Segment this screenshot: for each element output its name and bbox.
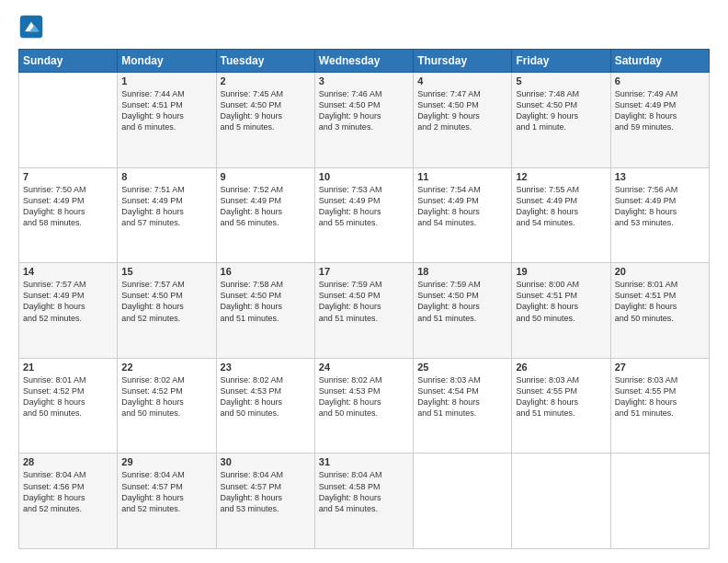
day-number: 12	[516, 171, 606, 182]
calendar-table: SundayMondayTuesdayWednesdayThursdayFrid…	[18, 49, 710, 549]
calendar-cell: 30Sunrise: 8:04 AM Sunset: 4:57 PM Dayli…	[216, 454, 314, 549]
calendar-cell: 13Sunrise: 7:56 AM Sunset: 4:49 PM Dayli…	[610, 167, 709, 263]
day-number: 21	[23, 362, 113, 373]
calendar-cell: 25Sunrise: 8:03 AM Sunset: 4:54 PM Dayli…	[414, 358, 512, 454]
cell-content: Sunrise: 8:04 AM Sunset: 4:58 PM Dayligh…	[319, 469, 409, 514]
calendar-cell: 5Sunrise: 7:48 AM Sunset: 4:50 PM Daylig…	[512, 73, 610, 168]
cell-content: Sunrise: 8:01 AM Sunset: 4:52 PM Dayligh…	[23, 374, 113, 419]
calendar-cell: 22Sunrise: 8:02 AM Sunset: 4:52 PM Dayli…	[118, 358, 216, 454]
day-number: 15	[121, 266, 211, 277]
calendar-cell: 16Sunrise: 7:58 AM Sunset: 4:50 PM Dayli…	[216, 263, 314, 359]
page: SundayMondayTuesdayWednesdayThursdayFrid…	[0, 0, 728, 563]
cell-content: Sunrise: 8:04 AM Sunset: 4:56 PM Dayligh…	[23, 469, 113, 514]
calendar-cell: 24Sunrise: 8:02 AM Sunset: 4:53 PM Dayli…	[314, 358, 413, 454]
calendar-cell: 31Sunrise: 8:04 AM Sunset: 4:58 PM Dayli…	[314, 454, 413, 549]
calendar-cell: 20Sunrise: 8:01 AM Sunset: 4:51 PM Dayli…	[610, 263, 709, 359]
calendar-week-1: 7Sunrise: 7:50 AM Sunset: 4:49 PM Daylig…	[19, 167, 710, 263]
day-number: 4	[417, 75, 507, 86]
calendar-week-2: 14Sunrise: 7:57 AM Sunset: 4:49 PM Dayli…	[19, 263, 710, 359]
day-number: 6	[615, 75, 705, 86]
day-number: 29	[121, 456, 211, 467]
cell-content: Sunrise: 7:59 AM Sunset: 4:50 PM Dayligh…	[319, 279, 409, 324]
day-number: 18	[417, 266, 507, 277]
calendar-cell: 18Sunrise: 7:59 AM Sunset: 4:50 PM Dayli…	[414, 263, 512, 359]
calendar-cell: 10Sunrise: 7:53 AM Sunset: 4:49 PM Dayli…	[314, 167, 413, 263]
calendar-cell: 3Sunrise: 7:46 AM Sunset: 4:50 PM Daylig…	[314, 73, 413, 168]
day-number: 20	[615, 266, 705, 277]
calendar-cell: 19Sunrise: 8:00 AM Sunset: 4:51 PM Dayli…	[512, 263, 610, 359]
day-number: 25	[417, 362, 507, 373]
calendar-cell	[414, 454, 512, 549]
day-number: 3	[319, 75, 409, 86]
cell-content: Sunrise: 7:58 AM Sunset: 4:50 PM Dayligh…	[221, 279, 311, 324]
cell-content: Sunrise: 7:56 AM Sunset: 4:49 PM Dayligh…	[615, 184, 705, 229]
day-number: 10	[319, 171, 409, 182]
calendar-cell: 23Sunrise: 8:02 AM Sunset: 4:53 PM Dayli…	[216, 358, 314, 454]
day-number: 16	[221, 266, 311, 277]
header-cell-sunday: Sunday	[19, 50, 118, 73]
header-row: SundayMondayTuesdayWednesdayThursdayFrid…	[19, 50, 710, 73]
calendar-cell: 11Sunrise: 7:54 AM Sunset: 4:49 PM Dayli…	[414, 167, 512, 263]
calendar-cell: 6Sunrise: 7:49 AM Sunset: 4:49 PM Daylig…	[610, 73, 709, 168]
calendar-cell: 2Sunrise: 7:45 AM Sunset: 4:50 PM Daylig…	[216, 73, 314, 168]
day-number: 7	[23, 171, 113, 182]
day-number: 28	[23, 456, 113, 467]
calendar-cell: 15Sunrise: 7:57 AM Sunset: 4:50 PM Dayli…	[118, 263, 216, 359]
cell-content: Sunrise: 7:44 AM Sunset: 4:51 PM Dayligh…	[121, 88, 211, 133]
cell-content: Sunrise: 8:03 AM Sunset: 4:55 PM Dayligh…	[516, 374, 606, 419]
calendar-cell: 17Sunrise: 7:59 AM Sunset: 4:50 PM Dayli…	[314, 263, 413, 359]
day-number: 1	[121, 75, 211, 86]
calendar-cell: 7Sunrise: 7:50 AM Sunset: 4:49 PM Daylig…	[19, 167, 118, 263]
cell-content: Sunrise: 7:47 AM Sunset: 4:50 PM Dayligh…	[417, 88, 507, 133]
cell-content: Sunrise: 8:02 AM Sunset: 4:52 PM Dayligh…	[121, 374, 211, 419]
cell-content: Sunrise: 7:53 AM Sunset: 4:49 PM Dayligh…	[319, 184, 409, 229]
calendar-week-0: 1Sunrise: 7:44 AM Sunset: 4:51 PM Daylig…	[19, 73, 710, 168]
day-number: 31	[319, 456, 409, 467]
day-number: 23	[221, 362, 311, 373]
calendar-cell: 9Sunrise: 7:52 AM Sunset: 4:49 PM Daylig…	[216, 167, 314, 263]
cell-content: Sunrise: 7:57 AM Sunset: 4:49 PM Dayligh…	[23, 279, 113, 324]
cell-content: Sunrise: 8:04 AM Sunset: 4:57 PM Dayligh…	[221, 469, 311, 514]
cell-content: Sunrise: 7:55 AM Sunset: 4:49 PM Dayligh…	[516, 184, 606, 229]
calendar-cell: 27Sunrise: 8:03 AM Sunset: 4:55 PM Dayli…	[610, 358, 709, 454]
day-number: 9	[221, 171, 311, 182]
cell-content: Sunrise: 8:03 AM Sunset: 4:55 PM Dayligh…	[615, 374, 705, 419]
cell-content: Sunrise: 7:51 AM Sunset: 4:49 PM Dayligh…	[121, 184, 211, 229]
day-number: 5	[516, 75, 606, 86]
header	[18, 14, 710, 40]
calendar-cell: 8Sunrise: 7:51 AM Sunset: 4:49 PM Daylig…	[118, 167, 216, 263]
calendar-week-3: 21Sunrise: 8:01 AM Sunset: 4:52 PM Dayli…	[19, 358, 710, 454]
day-number: 8	[121, 171, 211, 182]
header-cell-saturday: Saturday	[610, 50, 709, 73]
calendar-cell: 12Sunrise: 7:55 AM Sunset: 4:49 PM Dayli…	[512, 167, 610, 263]
calendar-cell: 28Sunrise: 8:04 AM Sunset: 4:56 PM Dayli…	[19, 454, 118, 549]
calendar-cell: 29Sunrise: 8:04 AM Sunset: 4:57 PM Dayli…	[118, 454, 216, 549]
calendar-cell: 14Sunrise: 7:57 AM Sunset: 4:49 PM Dayli…	[19, 263, 118, 359]
day-number: 22	[121, 362, 211, 373]
cell-content: Sunrise: 8:00 AM Sunset: 4:51 PM Dayligh…	[516, 279, 606, 324]
calendar-cell: 1Sunrise: 7:44 AM Sunset: 4:51 PM Daylig…	[118, 73, 216, 168]
day-number: 14	[23, 266, 113, 277]
calendar-week-4: 28Sunrise: 8:04 AM Sunset: 4:56 PM Dayli…	[19, 454, 710, 549]
calendar-cell	[19, 73, 118, 168]
header-cell-thursday: Thursday	[414, 50, 512, 73]
calendar-cell	[512, 454, 610, 549]
header-cell-tuesday: Tuesday	[216, 50, 314, 73]
day-number: 24	[319, 362, 409, 373]
cell-content: Sunrise: 7:50 AM Sunset: 4:49 PM Dayligh…	[23, 184, 113, 229]
cell-content: Sunrise: 8:02 AM Sunset: 4:53 PM Dayligh…	[221, 374, 311, 419]
calendar-cell: 26Sunrise: 8:03 AM Sunset: 4:55 PM Dayli…	[512, 358, 610, 454]
cell-content: Sunrise: 7:48 AM Sunset: 4:50 PM Dayligh…	[516, 88, 606, 133]
cell-content: Sunrise: 8:01 AM Sunset: 4:51 PM Dayligh…	[615, 279, 705, 324]
day-number: 30	[221, 456, 311, 467]
cell-content: Sunrise: 7:46 AM Sunset: 4:50 PM Dayligh…	[319, 88, 409, 133]
cell-content: Sunrise: 8:03 AM Sunset: 4:54 PM Dayligh…	[417, 374, 507, 419]
calendar-cell: 4Sunrise: 7:47 AM Sunset: 4:50 PM Daylig…	[414, 73, 512, 168]
logo-icon	[18, 14, 44, 40]
day-number: 2	[221, 75, 311, 86]
day-number: 11	[417, 171, 507, 182]
header-cell-wednesday: Wednesday	[314, 50, 413, 73]
cell-content: Sunrise: 7:59 AM Sunset: 4:50 PM Dayligh…	[417, 279, 507, 324]
calendar-cell: 21Sunrise: 8:01 AM Sunset: 4:52 PM Dayli…	[19, 358, 118, 454]
cell-content: Sunrise: 7:54 AM Sunset: 4:49 PM Dayligh…	[417, 184, 507, 229]
